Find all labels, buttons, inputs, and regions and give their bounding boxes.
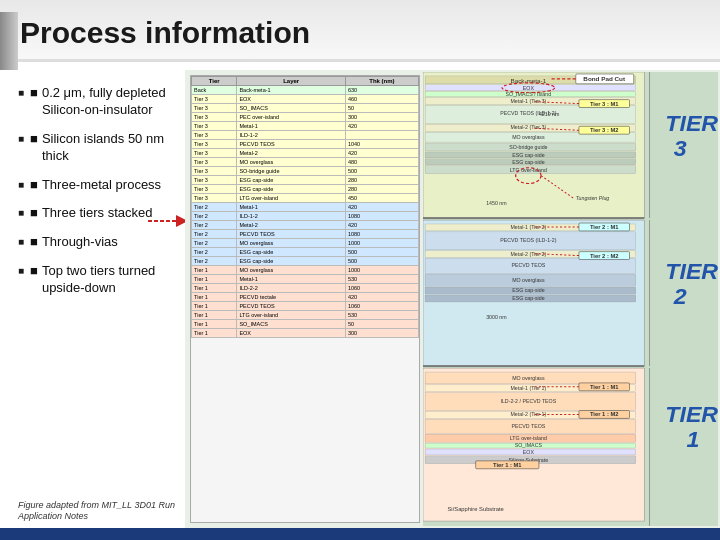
col-header-layer: Layer xyxy=(237,77,346,86)
table-row: Tier 1LTG over-island530 xyxy=(192,311,419,320)
slide: Process information ■ 0.2 μm, fully depl… xyxy=(0,0,720,540)
table-row: Tier 3ILD-1-2 xyxy=(192,131,419,140)
svg-text:PECVD TEOS: PECVD TEOS xyxy=(511,423,545,429)
table-row: Tier 3SO_IMACS50 xyxy=(192,104,419,113)
svg-text:Tier 1 : M2: Tier 1 : M2 xyxy=(590,412,619,418)
cross-section-diagram: Back-meta-1 EOX SO_IMACS / Island Metal-… xyxy=(423,72,718,526)
svg-text:EOX: EOX xyxy=(523,449,535,455)
svg-text:3000 nm: 3000 nm xyxy=(486,314,506,320)
svg-text:Tier 3 : M2: Tier 3 : M2 xyxy=(590,127,619,133)
table-row: Tier 1EOX300 xyxy=(192,329,419,338)
bullet-icon: ■ xyxy=(30,205,38,222)
svg-text:Tier 1 : M1: Tier 1 : M1 xyxy=(590,384,619,390)
table-row: Tier 1Metal-1530 xyxy=(192,275,419,284)
svg-text:ESG cap-side: ESG cap-side xyxy=(512,152,545,158)
table-row: Tier 2PECVD TEOS1080 xyxy=(192,230,419,239)
svg-text:Tier 2 : M1: Tier 2 : M1 xyxy=(590,224,619,230)
svg-text:4210 nm: 4210 nm xyxy=(539,112,559,118)
svg-text:Metal-1  (Tier 1): Metal-1 (Tier 1) xyxy=(510,385,546,391)
table-row: Tier 3MO overglass480 xyxy=(192,158,419,167)
svg-text:MO overglass: MO overglass xyxy=(512,277,545,283)
bullet-icon: ■ xyxy=(30,131,38,148)
silicon-islands-arrow xyxy=(148,213,188,229)
table-row: Tier 2ILD-1-21080 xyxy=(192,212,419,221)
col-header-thk: Thk (nm) xyxy=(345,77,418,86)
table-row: Tier 3ESG cap-side280 xyxy=(192,185,419,194)
table-row: Tier 3Metal-1420 xyxy=(192,122,419,131)
svg-text:Metal-2  (Tier 3): Metal-2 (Tier 3) xyxy=(510,124,546,130)
svg-text:Tier 1 : M1: Tier 1 : M1 xyxy=(493,462,522,468)
table-row: Tier 2MO overglass1000 xyxy=(192,239,419,248)
table-row: Tier 3EOX460 xyxy=(192,95,419,104)
process-table: Tier Layer Thk (nm) BackBack-meta-1630 T… xyxy=(191,76,419,338)
left-accent xyxy=(0,12,18,70)
table-row: Tier 3Metal-2420 xyxy=(192,149,419,158)
list-item-5: ■ Through-vias xyxy=(18,234,175,251)
bullet-icon: ■ xyxy=(30,85,38,102)
bullet-icon: ■ xyxy=(30,177,38,194)
table-row: Tier 2ESG cap-side500 xyxy=(192,257,419,266)
svg-text:Si/Sapphire Substrate: Si/Sapphire Substrate xyxy=(448,506,504,512)
table-row: Tier 1PECVD tectale420 xyxy=(192,293,419,302)
bullet-icon: ■ xyxy=(30,234,38,251)
svg-text:Tungsten Plug: Tungsten Plug xyxy=(576,195,610,201)
figure-caption: Figure adapted from MIT_LL 3D01 Run Appl… xyxy=(18,500,188,523)
table-row: BackBack-meta-1630 xyxy=(192,86,419,95)
svg-text:MO overglass: MO overglass xyxy=(512,134,545,140)
svg-text:3: 3 xyxy=(674,137,687,161)
table-row: Tier 3LTG over-island450 xyxy=(192,194,419,203)
svg-text:TIER: TIER xyxy=(665,403,718,427)
svg-text:Tier 2 : M2: Tier 2 : M2 xyxy=(590,253,619,259)
svg-text:Metal-1  (Tier 3): Metal-1 (Tier 3) xyxy=(510,98,546,104)
table-row: Tier 1ILD-2-21060 xyxy=(192,284,419,293)
svg-text:PECVD TEOS: PECVD TEOS xyxy=(511,263,545,269)
svg-text:Back-meta-1: Back-meta-1 xyxy=(510,77,546,84)
diagram-table: Tier Layer Thk (nm) BackBack-meta-1630 T… xyxy=(190,75,420,523)
svg-text:1450 nm: 1450 nm xyxy=(486,200,506,206)
table-row: Tier 3PEC over-island300 xyxy=(192,113,419,122)
list-item-2: ■ Silicon islands 50 nm thick xyxy=(18,131,175,165)
svg-text:Metal-2  (Tier 1): Metal-2 (Tier 1) xyxy=(510,412,546,418)
table-row: Tier 3SO-bridge guide500 xyxy=(192,167,419,176)
table-row: Tier 2Metal-2420 xyxy=(192,221,419,230)
svg-text:Bond Pad Cut: Bond Pad Cut xyxy=(583,75,625,82)
svg-text:ESG cap-side: ESG cap-side xyxy=(512,159,545,165)
table-row: Tier 3ESG cap-side280 xyxy=(192,176,419,185)
svg-text:MO overglass: MO overglass xyxy=(512,375,545,381)
left-panel: ■ 0.2 μm, fully depleted Silicon-on-insu… xyxy=(0,70,185,528)
svg-text:1: 1 xyxy=(686,428,699,452)
bottom-bar xyxy=(0,528,720,540)
right-panel: Tier Layer Thk (nm) BackBack-meta-1630 T… xyxy=(185,70,720,528)
table-row: Tier 1PECVD TEOS1060 xyxy=(192,302,419,311)
svg-text:ILD-2-2 / PECVD TEOS: ILD-2-2 / PECVD TEOS xyxy=(500,398,556,404)
svg-text:2: 2 xyxy=(673,285,687,309)
content-area: ■ 0.2 μm, fully depleted Silicon-on-insu… xyxy=(0,70,720,528)
svg-text:ESG cap-side: ESG cap-side xyxy=(512,287,545,293)
list-item-3: ■ Three-metal process xyxy=(18,177,175,194)
table-row: Tier 2ESG cap-side500 xyxy=(192,248,419,257)
table-row: Tier 1MO overglass1000 xyxy=(192,266,419,275)
svg-text:Metal-2  (Tier 2): Metal-2 (Tier 2) xyxy=(510,251,546,257)
svg-text:SO_IMACS: SO_IMACS xyxy=(515,442,543,448)
table-row: Tier 1SO_IMACS50 xyxy=(192,320,419,329)
svg-text:Tier 3 : M1: Tier 3 : M1 xyxy=(590,101,619,107)
page-title: Process information xyxy=(20,16,310,50)
table-row: Tier 2Metal-1420 xyxy=(192,203,419,212)
svg-text:PECVD TEOS (ILD-1-2): PECVD TEOS (ILD-1-2) xyxy=(500,237,557,243)
bullet-icon: ■ xyxy=(30,263,38,280)
svg-text:TIER: TIER xyxy=(665,112,718,136)
list-item-6: ■ Top two tiers turned upside-down xyxy=(18,263,175,297)
svg-text:SO-bridge guide: SO-bridge guide xyxy=(509,144,547,150)
svg-text:Metal-1  (Tier 2): Metal-1 (Tier 2) xyxy=(510,224,546,230)
svg-text:ESG cap-side: ESG cap-side xyxy=(512,295,545,301)
col-header-tier: Tier xyxy=(192,77,237,86)
svg-text:LTG over-island: LTG over-island xyxy=(510,435,547,441)
table-row: Tier 3PECVD TEOS1040 xyxy=(192,140,419,149)
list-item-1: ■ 0.2 μm, fully depleted Silicon-on-insu… xyxy=(18,85,175,119)
bullet-list: ■ 0.2 μm, fully depleted Silicon-on-insu… xyxy=(18,85,175,297)
svg-text:TIER: TIER xyxy=(665,260,718,284)
